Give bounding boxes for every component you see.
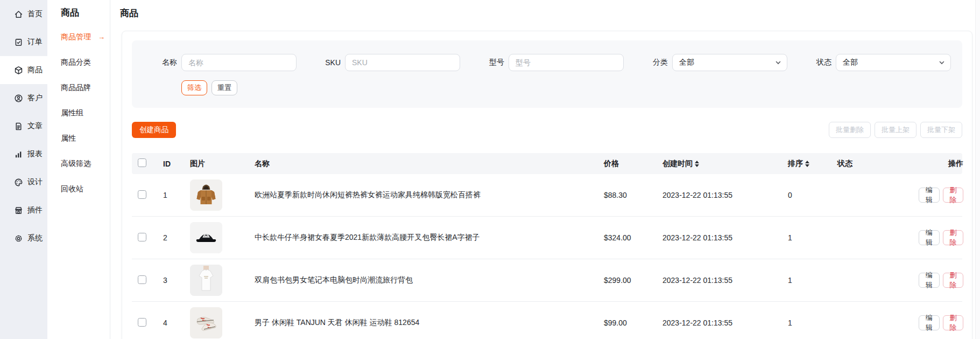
select-all-checkbox[interactable] (138, 158, 146, 167)
row-checkbox[interactable] (138, 275, 146, 284)
product-image-black-cap-triangle-logo (190, 222, 222, 253)
delete-button[interactable]: 删除 (943, 273, 964, 288)
sort-icons[interactable] (695, 161, 699, 167)
product-price: $324.00 (601, 233, 659, 242)
sidebar-item-system[interactable]: 系统 (0, 224, 47, 252)
orders-icon (14, 38, 23, 47)
table-row: 1 欧洲站夏季新款 (132, 174, 962, 217)
sidebar-item-label: 报表 (27, 149, 43, 159)
sidebar-item-home[interactable]: 首页 (0, 0, 47, 28)
filter-group-model: 型号 (482, 54, 624, 71)
table-header-row: ID 图片 名称 价格 创建时间 排序 状态 操作 (132, 153, 962, 174)
sort-icons[interactable] (805, 161, 809, 167)
edit-button[interactable]: 编辑 (919, 273, 940, 288)
table-row: 3 双肩包书包男女笔记本电脑包时尚潮流旅行背包 $299.00 2023-12-… (132, 259, 962, 302)
row-checkbox[interactable] (138, 233, 146, 241)
sidebar-item-product-categories[interactable]: 商品分类 (61, 50, 110, 75)
sidebar-item-customers[interactable]: 客户 (0, 84, 47, 112)
delete-button[interactable]: 删除 (943, 315, 964, 330)
toolbar: 创建商品 批量删除 批量上架 批量下架 (132, 122, 962, 138)
sidebar-item-products[interactable]: 商品 (0, 56, 47, 84)
product-image-white-tshirt-model (190, 265, 222, 296)
product-name[interactable]: 欧洲站夏季新款时尚休闲短裤热裤女裤运动家具纯棉韩版宽松百搭裤 (251, 190, 601, 200)
header-name: 名称 (251, 159, 601, 169)
batch-enable-button[interactable]: 批量上架 (875, 122, 916, 138)
cell-id: 1 (160, 191, 187, 199)
design-icon (14, 178, 23, 187)
vertical-scrollbar[interactable] (975, 0, 980, 339)
product-sort: 1 (785, 233, 834, 242)
sidebar-item-product-management[interactable]: 商品管理 → (61, 24, 110, 50)
product-name[interactable]: 男子 休闲鞋 TANJUN 天君 休闲鞋 运动鞋 812654 (251, 318, 601, 328)
row-checkbox[interactable] (138, 318, 146, 327)
create-product-button[interactable]: 创建商品 (132, 122, 176, 138)
batch-delete-button[interactable]: 批量删除 (829, 122, 871, 138)
sidebar-item-reports[interactable]: 报表 (0, 140, 47, 168)
header-sort[interactable]: 排序 (785, 159, 834, 169)
sidebar-item-plugins[interactable]: 插件 (0, 196, 47, 224)
name-filter-input[interactable] (181, 54, 297, 71)
product-sort: 1 (785, 319, 834, 327)
product-admin-screen: 首页 订单 商品 客户 文章 报表 设计 插件 (0, 0, 980, 339)
header-created[interactable]: 创建时间 (659, 159, 785, 169)
edit-button[interactable]: 编辑 (919, 230, 940, 245)
category-selected-value: 全部 (679, 58, 694, 67)
filter-button[interactable]: 筛选 (181, 80, 207, 95)
sidebar-item-orders[interactable]: 订单 (0, 28, 47, 56)
sidebar-item-product-brands[interactable]: 商品品牌 (61, 75, 110, 100)
sidebar-item-advanced-filter[interactable]: 高级筛选 (61, 151, 110, 176)
sidebar-item-label: 客户 (27, 93, 43, 103)
category-filter-label: 分类 (645, 58, 668, 67)
row-checkbox[interactable] (138, 190, 146, 199)
filter-group-name: 名称 (154, 54, 297, 71)
header-status: 状态 (834, 159, 915, 169)
sidebar-item-label: 商品 (27, 65, 43, 75)
active-arrow-icon: → (98, 33, 105, 41)
table-body: 1 欧洲站夏季新款 (132, 174, 962, 339)
plugins-icon (14, 206, 23, 215)
filter-group-sku: SKU (318, 54, 460, 71)
secondary-sidebar: 商品 商品管理 → 商品分类 商品品牌 属性组 属性 高级筛选 回收站 (47, 0, 110, 339)
sku-filter-input[interactable] (345, 54, 460, 71)
delete-button[interactable]: 删除 (943, 188, 964, 203)
model-filter-label: 型号 (482, 58, 504, 67)
product-created: 2023-12-22 01:13:55 (659, 319, 785, 327)
status-filter-select[interactable]: 全部 (836, 54, 951, 71)
filter-group-category: 分类 全部 (645, 54, 787, 71)
sidebar-item-attributes[interactable]: 属性 (61, 126, 110, 151)
product-sort: 0 (785, 191, 834, 199)
home-icon (14, 10, 23, 19)
sidebar-item-label: 首页 (27, 9, 43, 19)
product-price: $88.30 (601, 191, 659, 199)
sidebar-item-label: 系统 (27, 233, 43, 243)
delete-button[interactable]: 删除 (943, 230, 964, 245)
table-row: 4 男子 休闲鞋 TANJUN 天君 休闲鞋 运动鞋 812654 (132, 302, 962, 339)
batch-buttons-group: 批量删除 批量上架 批量下架 (829, 122, 962, 138)
sort-asc-icon (695, 161, 699, 163)
product-name[interactable]: 中长款牛仔半身裙女春夏季2021新款薄款高腰开叉包臀长裙A字裙子 (251, 233, 601, 243)
cell-id: 4 (160, 319, 187, 327)
edit-button[interactable]: 编辑 (919, 315, 940, 330)
category-filter-select[interactable]: 全部 (672, 54, 787, 71)
products-icon (14, 66, 23, 75)
product-list-card: 名称 SKU 型号 分类 全部 (122, 31, 972, 339)
filter-fields-row: 名称 SKU 型号 分类 全部 (154, 54, 953, 71)
secondary-sidebar-list: 商品管理 → 商品分类 商品品牌 属性组 属性 高级筛选 回收站 (61, 24, 110, 202)
batch-disable-button[interactable]: 批量下架 (920, 122, 962, 138)
product-sort: 1 (785, 276, 834, 285)
product-name[interactable]: 双肩包书包男女笔记本电脑包时尚潮流旅行背包 (251, 275, 601, 285)
edit-button[interactable]: 编辑 (919, 188, 940, 203)
sidebar-item-articles[interactable]: 文章 (0, 112, 47, 140)
reset-button[interactable]: 重置 (211, 80, 237, 95)
cell-id: 2 (160, 233, 187, 242)
product-price: $99.00 (601, 319, 659, 327)
filter-buttons-row: 筛选 重置 (154, 80, 953, 95)
sidebar-item-design[interactable]: 设计 (0, 168, 47, 196)
product-price: $299.00 (601, 276, 659, 285)
sidebar-item-label: 插件 (27, 205, 43, 215)
articles-icon (14, 122, 23, 131)
sidebar-item-recycle-bin[interactable]: 回收站 (61, 176, 110, 202)
model-filter-input[interactable] (509, 54, 624, 71)
secondary-sidebar-title: 商品 (61, 6, 110, 24)
sidebar-item-attribute-groups[interactable]: 属性组 (61, 100, 110, 126)
